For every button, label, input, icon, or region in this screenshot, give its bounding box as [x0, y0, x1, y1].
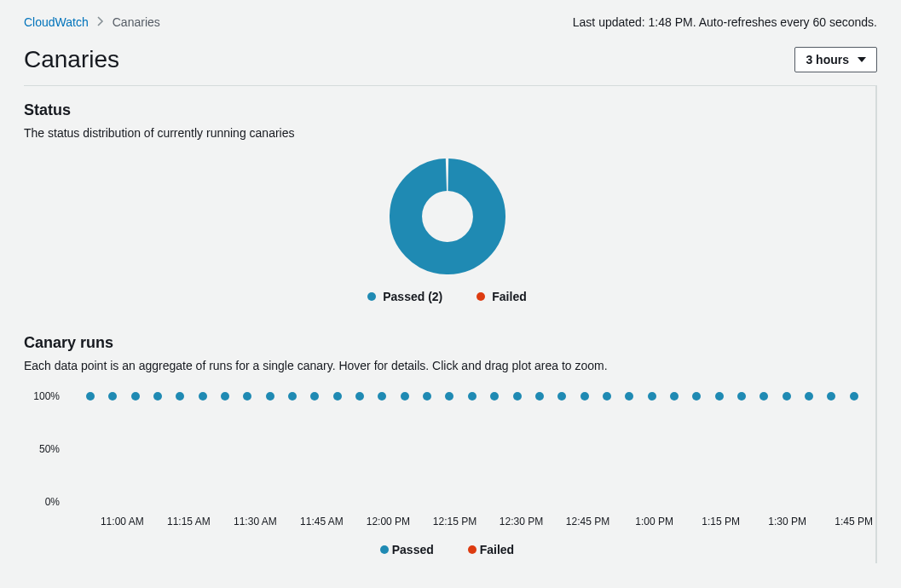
x-axis: 11:00 AM11:15 AM11:30 AM11:45 AM12:00 PM… — [66, 516, 862, 531]
x-tick-label: 11:30 AM — [234, 516, 277, 527]
data-point[interactable] — [850, 392, 858, 401]
page-title: Canaries — [24, 46, 119, 73]
y-tick-0: 0% — [24, 496, 60, 508]
data-point[interactable] — [827, 392, 835, 401]
legend-item-passed[interactable]: Passed — [380, 543, 434, 556]
plot-area[interactable] — [66, 396, 862, 502]
runs-description: Each data point is an aggregate of runs … — [24, 359, 870, 372]
legend-item-passed[interactable]: Passed (2) — [367, 290, 442, 303]
circle-icon — [380, 545, 389, 554]
circle-icon — [367, 292, 376, 301]
runs-legend: Passed Failed — [24, 543, 870, 556]
circle-icon — [468, 545, 476, 554]
data-point[interactable] — [199, 392, 207, 401]
data-point[interactable] — [805, 392, 813, 401]
legend-item-failed[interactable]: Failed — [468, 543, 514, 556]
data-point[interactable] — [378, 392, 386, 401]
data-point[interactable] — [490, 392, 499, 401]
data-point[interactable] — [333, 392, 342, 401]
data-point[interactable] — [557, 392, 566, 401]
svg-point-0 — [405, 174, 490, 259]
data-point[interactable] — [625, 392, 633, 401]
breadcrumb-current: Canaries — [113, 15, 160, 29]
data-point[interactable] — [288, 392, 297, 401]
canary-runs-section: Canary runs Each data point is an aggreg… — [24, 319, 870, 563]
data-point[interactable] — [759, 392, 768, 401]
data-point[interactable] — [108, 392, 117, 401]
status-description: The status distribution of currently run… — [24, 126, 870, 140]
x-tick-label: 1:00 PM — [635, 516, 673, 527]
data-point[interactable] — [648, 392, 656, 401]
status-legend: Passed (2) Failed — [367, 290, 527, 303]
legend-item-failed[interactable]: Failed — [476, 290, 526, 303]
breadcrumb-parent-link[interactable]: CloudWatch — [24, 15, 89, 29]
x-tick-label: 1:30 PM — [768, 516, 806, 527]
y-tick-50: 50% — [24, 443, 60, 455]
data-point[interactable] — [715, 392, 724, 401]
x-tick-label: 11:00 AM — [101, 516, 144, 527]
time-range-selector[interactable]: 3 hours — [794, 47, 877, 72]
data-point[interactable] — [176, 392, 184, 401]
data-point[interactable] — [355, 392, 364, 401]
x-tick-label: 12:45 PM — [566, 516, 609, 527]
time-range-label: 3 hours — [806, 53, 849, 66]
data-point[interactable] — [692, 392, 701, 401]
x-tick-label: 11:15 AM — [167, 516, 211, 527]
data-point[interactable] — [310, 392, 319, 401]
data-point[interactable] — [445, 392, 453, 401]
data-point[interactable] — [737, 392, 746, 401]
canary-runs-chart[interactable]: 100% 50% 0% 11:00 AM11:15 AM11:30 AM11:4… — [24, 388, 870, 556]
data-point[interactable] — [513, 392, 522, 401]
last-updated-text: Last updated: 1:48 PM. Auto-refreshes ev… — [573, 15, 877, 29]
legend-failed-label: Failed — [492, 290, 526, 303]
x-tick-label: 1:15 PM — [702, 516, 740, 527]
status-donut-chart — [390, 159, 505, 274]
data-point[interactable] — [670, 392, 679, 401]
x-tick-label: 11:45 AM — [300, 516, 344, 527]
x-tick-label: 12:30 PM — [500, 516, 543, 527]
y-tick-100: 100% — [24, 390, 60, 402]
status-section: Status The status distribution of curren… — [24, 86, 870, 319]
status-heading: Status — [24, 101, 870, 119]
x-tick-label: 1:45 PM — [835, 516, 873, 527]
legend-passed-label: Passed (2) — [383, 290, 442, 303]
breadcrumb: CloudWatch Canaries — [24, 15, 160, 29]
data-point[interactable] — [468, 392, 476, 401]
x-tick-label: 12:15 PM — [433, 516, 476, 527]
runs-legend-failed-label: Failed — [480, 543, 514, 556]
data-point[interactable] — [153, 392, 162, 401]
data-point[interactable] — [783, 392, 791, 401]
data-point[interactable] — [535, 392, 544, 401]
runs-legend-passed-label: Passed — [392, 543, 434, 556]
x-tick-label: 12:00 PM — [367, 516, 410, 527]
data-point[interactable] — [603, 392, 611, 401]
data-point[interactable] — [580, 392, 589, 401]
data-point[interactable] — [243, 392, 251, 401]
data-point[interactable] — [86, 392, 95, 401]
chevron-right-icon — [97, 15, 104, 29]
circle-icon — [476, 292, 485, 301]
data-point[interactable] — [423, 392, 431, 401]
caret-down-icon — [858, 57, 866, 62]
runs-heading: Canary runs — [24, 334, 870, 352]
data-point[interactable] — [266, 392, 274, 401]
data-point[interactable] — [401, 392, 409, 401]
data-point[interactable] — [131, 392, 140, 401]
data-point[interactable] — [221, 392, 229, 401]
